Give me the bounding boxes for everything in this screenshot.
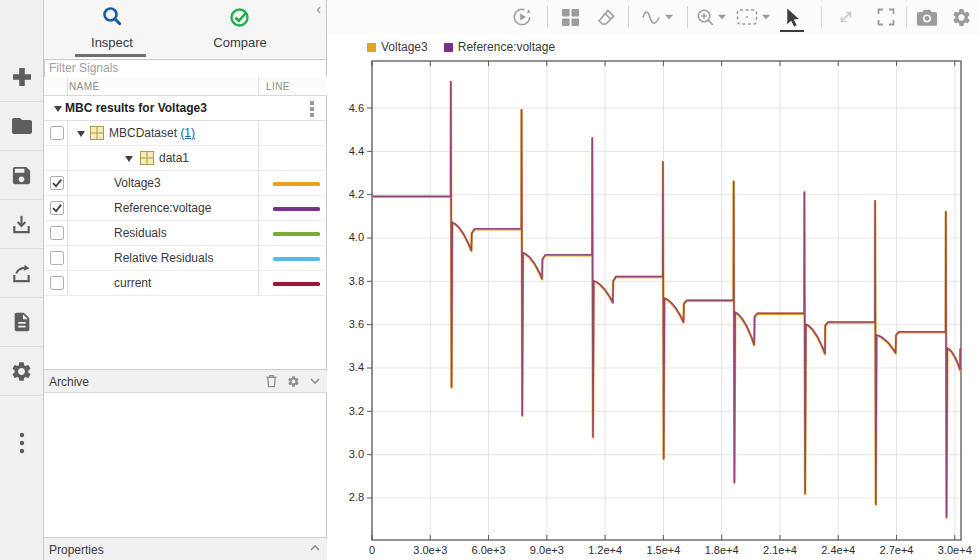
magnifier-icon xyxy=(100,5,124,31)
x-tick-label: 2.1e+4 xyxy=(763,544,797,556)
dataset-row[interactable]: MBCDataset (1) xyxy=(44,121,327,146)
x-tick-label: 3.0e+4 xyxy=(938,544,972,556)
more-options-button[interactable] xyxy=(0,418,43,467)
add-button[interactable] xyxy=(0,53,43,102)
signal-row[interactable]: Voltage3 xyxy=(44,171,327,196)
signal-name: Voltage3 xyxy=(114,176,161,190)
check-icon xyxy=(51,177,63,189)
filter-signals xyxy=(44,58,327,77)
signal-line-swatch xyxy=(273,207,320,211)
simulation-data-inspector: Inspect Compare ‹ NAME LINE xyxy=(0,0,980,560)
filter-signals-input[interactable] xyxy=(44,59,327,78)
tab-compare[interactable]: Compare xyxy=(180,0,300,58)
collapse-caret-icon[interactable] xyxy=(77,131,85,137)
y-tick-label: 4.0 xyxy=(349,231,364,243)
save-button[interactable] xyxy=(0,151,43,200)
signal-line-swatch xyxy=(273,182,320,186)
archive-section-bar[interactable]: Archive xyxy=(44,369,327,393)
trash-icon[interactable] xyxy=(265,374,278,388)
x-tick-label: 1.5e+4 xyxy=(646,544,680,556)
signal-name: Relative Residuals xyxy=(114,251,213,265)
chevron-down-icon[interactable] xyxy=(309,375,321,387)
signal-line-swatch xyxy=(273,232,320,236)
signal-row[interactable]: Reference:voltage xyxy=(44,196,327,221)
y-tick-label: 3.8 xyxy=(349,275,364,287)
signal-name: Residuals xyxy=(114,226,167,240)
folder-icon xyxy=(10,114,34,138)
table-header: NAME LINE xyxy=(44,77,327,96)
check-icon xyxy=(51,202,63,214)
run-group-label: MBC results for Voltage3 xyxy=(65,101,207,115)
x-tick-label: 6.0e+3 xyxy=(472,544,506,556)
kebab-icon xyxy=(19,432,25,454)
left-toolbar xyxy=(0,0,44,560)
x-tick-label: 9.0e+3 xyxy=(530,544,564,556)
plus-icon xyxy=(10,65,34,89)
gear-icon xyxy=(10,360,33,383)
tab-strip: Inspect Compare ‹ xyxy=(44,0,326,58)
series-reference-voltage xyxy=(372,82,961,517)
chevron-up-icon[interactable] xyxy=(309,542,321,554)
signal-panel: Inspect Compare ‹ NAME LINE xyxy=(44,0,327,560)
properties-label: Properties xyxy=(49,543,104,557)
y-tick-label: 3.0 xyxy=(349,448,364,460)
y-tick-label: 4.2 xyxy=(349,188,364,200)
row-kebab-icon[interactable] xyxy=(310,101,314,119)
dataset-count-link[interactable]: (1) xyxy=(180,126,195,140)
column-divider xyxy=(67,77,68,95)
collapse-caret-icon[interactable] xyxy=(125,156,133,162)
y-tick-label: 4.4 xyxy=(349,145,364,157)
signal-checkbox[interactable] xyxy=(50,251,64,265)
dataset-label: MBCDataset (1) xyxy=(109,126,195,140)
data1-label: data1 xyxy=(159,151,189,165)
column-name: NAME xyxy=(69,81,100,92)
signal-line-swatch xyxy=(273,257,320,261)
column-divider xyxy=(258,77,259,95)
report-button[interactable] xyxy=(0,298,43,347)
collapse-panel-button[interactable]: ‹ xyxy=(316,1,321,17)
x-tick-label: 1.2e+4 xyxy=(588,544,622,556)
signal-rows: Voltage3Reference:voltageResidualsRelati… xyxy=(44,171,327,296)
properties-section-bar[interactable]: Properties xyxy=(44,537,327,560)
save-icon xyxy=(10,164,33,187)
signal-tree: MBC results for Voltage3 MBCDataset (1) xyxy=(44,96,327,296)
y-tick-label: 3.2 xyxy=(349,405,364,417)
x-tick-label: 0 xyxy=(369,544,375,556)
signal-checkbox[interactable] xyxy=(50,276,64,290)
y-tick-label: 3.4 xyxy=(349,361,364,373)
signal-name: Reference:voltage xyxy=(114,201,211,215)
column-line: LINE xyxy=(266,81,290,92)
tab-compare-label: Compare xyxy=(213,35,266,50)
collapse-caret-icon[interactable] xyxy=(54,106,62,112)
x-tick-label: 1.8e+4 xyxy=(705,544,739,556)
signal-checkbox[interactable] xyxy=(50,176,64,190)
open-button[interactable] xyxy=(0,102,43,151)
export-button[interactable] xyxy=(0,249,43,298)
x-tick-label: 3.0e+3 xyxy=(413,544,447,556)
dataset-icon xyxy=(140,151,154,165)
check-circle-icon xyxy=(228,5,252,31)
signal-row[interactable]: Residuals xyxy=(44,221,327,246)
data1-row[interactable]: data1 xyxy=(44,146,327,171)
signal-name: current xyxy=(114,276,151,290)
import-button[interactable] xyxy=(0,200,43,249)
signal-line-swatch xyxy=(273,282,320,286)
signal-row[interactable]: current xyxy=(44,271,327,296)
time-plot[interactable]: 03.0e+36.0e+39.0e+31.2e+41.5e+41.8e+42.1… xyxy=(327,0,979,560)
y-tick-label: 3.6 xyxy=(349,318,364,330)
signal-checkbox[interactable] xyxy=(50,201,64,215)
archive-label: Archive xyxy=(49,375,89,389)
run-group-row[interactable]: MBC results for Voltage3 xyxy=(44,96,327,121)
signal-checkbox[interactable] xyxy=(50,226,64,240)
dataset-checkbox[interactable] xyxy=(50,126,64,140)
tab-inspect[interactable]: Inspect xyxy=(52,0,172,58)
y-tick-label: 4.6 xyxy=(349,102,364,114)
preferences-button[interactable] xyxy=(0,347,43,396)
tab-inspect-label: Inspect xyxy=(91,35,133,50)
y-tick-label: 2.8 xyxy=(349,491,364,503)
document-icon xyxy=(11,311,33,333)
dataset-icon xyxy=(90,126,104,140)
active-tab-indicator xyxy=(75,54,146,57)
signal-row[interactable]: Relative Residuals xyxy=(44,246,327,271)
archive-settings-gear-icon[interactable] xyxy=(287,375,300,388)
